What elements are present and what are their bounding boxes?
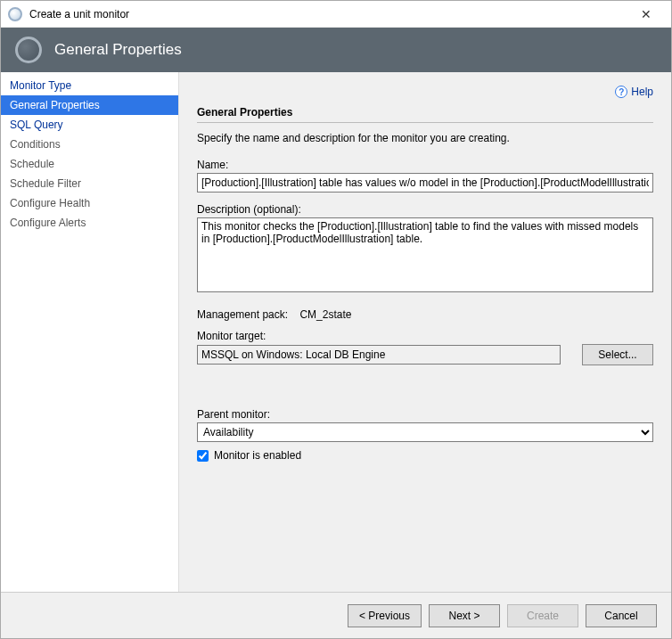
help-label: Help [631, 86, 653, 98]
help-row: ? Help [197, 81, 653, 102]
parent-monitor-select[interactable]: Availability [197, 422, 653, 442]
app-icon [8, 7, 22, 21]
banner-title: General Properties [54, 41, 182, 59]
monitor-enabled-row[interactable]: Monitor is enabled [197, 449, 653, 462]
help-link[interactable]: ? Help [615, 86, 653, 98]
wizard-footer: < Previous Next > Create Cancel [1, 592, 671, 638]
close-icon: ✕ [641, 7, 652, 21]
nav-configure-alerts: Configure Alerts [1, 213, 178, 233]
parent-monitor-label: Parent monitor: [197, 408, 653, 421]
description-label: Description (optional): [197, 203, 653, 216]
window-titlebar: Create a unit monitor ✕ [1, 1, 671, 28]
main-spacer [197, 462, 653, 579]
wizard-sidebar: Monitor Type General Properties SQL Quer… [1, 72, 179, 592]
wizard-banner: General Properties [1, 28, 671, 72]
description-textarea[interactable] [197, 217, 653, 292]
create-button: Create [507, 604, 578, 627]
wizard-body: Monitor Type General Properties SQL Quer… [1, 72, 671, 592]
monitor-enabled-checkbox[interactable] [197, 450, 209, 462]
nav-monitor-type[interactable]: Monitor Type [1, 76, 178, 95]
management-pack-row: Management pack: CM_2state [197, 308, 653, 321]
nav-configure-health: Configure Health [1, 193, 178, 213]
nav-schedule-filter: Schedule Filter [1, 174, 178, 193]
name-input[interactable] [197, 173, 653, 193]
monitor-target-label: Monitor target: [197, 330, 653, 342]
nav-sql-query[interactable]: SQL Query [1, 115, 178, 135]
management-pack-label: Management pack: [197, 308, 288, 321]
nav-conditions: Conditions [1, 135, 178, 154]
monitor-enabled-label: Monitor is enabled [214, 449, 301, 462]
section-divider [197, 122, 653, 123]
section-title: General Properties [197, 106, 653, 119]
previous-button[interactable]: < Previous [348, 604, 422, 627]
monitor-target-row: MSSQL on Windows: Local DB Engine Select… [197, 344, 653, 365]
close-button[interactable]: ✕ [628, 2, 664, 27]
window-title: Create a unit monitor [29, 8, 628, 20]
banner-icon [15, 37, 42, 63]
name-label: Name: [197, 159, 653, 171]
nav-schedule: Schedule [1, 154, 178, 174]
nav-general-properties[interactable]: General Properties [1, 95, 178, 115]
wizard-window: Create a unit monitor ✕ General Properti… [0, 0, 672, 639]
next-button[interactable]: Next > [429, 604, 500, 627]
cancel-button[interactable]: Cancel [586, 604, 657, 627]
instruction-text: Specify the name and description for the… [197, 132, 653, 144]
monitor-target-value: MSSQL on Windows: Local DB Engine [197, 345, 561, 365]
wizard-main: ? Help General Properties Specify the na… [179, 72, 671, 592]
select-target-button[interactable]: Select... [582, 344, 653, 365]
help-icon: ? [615, 86, 627, 98]
management-pack-value: CM_2state [299, 308, 351, 321]
